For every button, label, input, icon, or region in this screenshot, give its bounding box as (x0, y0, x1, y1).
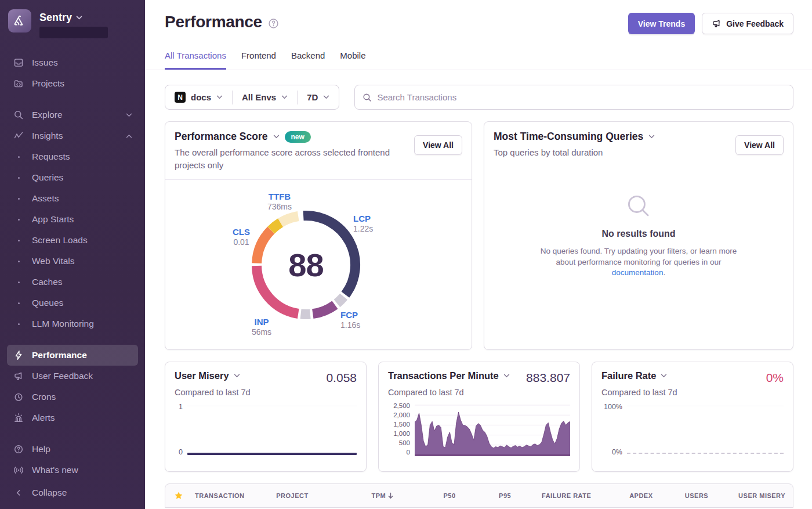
vital-name: INP (241, 317, 282, 328)
vital-name: TTFB (259, 192, 300, 203)
sidebar-item-label: What's new (32, 465, 78, 475)
web-vitals-donut-chart[interactable] (246, 205, 365, 324)
sidebar-item-user-feedback[interactable]: User Feedback (7, 366, 138, 387)
sidebar-item-help[interactable]: Help (7, 439, 138, 460)
column-header-p50[interactable]: P50 (399, 492, 461, 499)
sidebar-item-screen-loads[interactable]: Screen Loads (7, 230, 138, 251)
column-header-apdex[interactable]: APDEX (596, 492, 658, 499)
sidebar-item-label: Projects (32, 78, 64, 89)
chevron-down-icon[interactable] (503, 374, 510, 378)
vital-label-cls: CLS0.01 (223, 227, 259, 248)
sidebar-item-insights[interactable]: Insights (7, 125, 138, 146)
column-header-p95[interactable]: P95 (461, 492, 517, 499)
sidebar-item-alerts[interactable]: Alerts (7, 407, 138, 428)
tab-all-transactions[interactable]: All Transactions (165, 50, 226, 70)
bullet-dot (13, 261, 24, 262)
queries-card: Most Time-Consuming Queries Top queries … (484, 121, 793, 350)
environment-filter-dropdown[interactable]: All Envs (233, 85, 297, 109)
sidebar-item-label: Issues (32, 57, 58, 68)
user-misery-chart[interactable] (187, 403, 357, 456)
help-icon[interactable] (268, 18, 279, 29)
tpm-y-tick: 500 (388, 440, 410, 447)
org-subtitle-redacted (39, 27, 108, 38)
star-icon[interactable] (168, 491, 190, 500)
column-header-transaction[interactable]: TRANSACTION (190, 492, 271, 499)
sidebar-item-projects[interactable]: Projects (7, 73, 138, 94)
empty-text-before: No queries found. Try updating your filt… (541, 247, 737, 266)
sidebar-item-assets[interactable]: Assets (7, 188, 138, 209)
empty-state-title: No results found (601, 229, 675, 239)
failure-rate-chart[interactable] (627, 403, 784, 456)
sidebar-item-web-vitals[interactable]: Web Vitals (7, 251, 138, 272)
tpm-area-series (415, 403, 570, 456)
vital-name: FCP (340, 310, 360, 321)
sidebar-item-app-starts[interactable]: App Starts (7, 209, 138, 230)
nav-section-gap (7, 94, 138, 104)
view-all-button[interactable]: View All (735, 135, 784, 155)
vital-label-fcp: FCP1.16s (340, 310, 360, 331)
environment-filter-label: All Envs (242, 92, 276, 102)
gridline (187, 406, 357, 406)
project-filter-dropdown[interactable]: N docs (165, 85, 232, 109)
bullet-dot (13, 156, 24, 158)
sidebar-item-queues[interactable]: Queues (7, 293, 138, 313)
y-axis-max: 1 (175, 403, 183, 411)
give-feedback-label: Give Feedback (726, 19, 784, 28)
chevron-down-icon[interactable] (273, 135, 280, 139)
chevron-down-icon[interactable] (648, 135, 655, 139)
nav-section-gap (7, 428, 138, 439)
sidebar-item-explore[interactable]: Explore (7, 104, 138, 125)
bullet-dot (13, 177, 24, 179)
tab-frontend[interactable]: Frontend (241, 50, 276, 70)
chevron-down-icon[interactable] (234, 374, 240, 378)
column-label: FAILURE RATE (542, 492, 591, 499)
sidebar-collapse-button[interactable]: Collapse (7, 482, 138, 503)
documentation-link[interactable]: documentation (612, 268, 664, 277)
empty-state: No results found No queries found. Try u… (484, 149, 793, 323)
tpm-chart[interactable] (415, 403, 570, 456)
sidebar-item-queries[interactable]: Queries (7, 167, 138, 188)
sidebar-item-performance[interactable]: Performance (7, 345, 138, 366)
queries-title[interactable]: Most Time-Consuming Queries (494, 131, 643, 143)
performance-score-title[interactable]: Performance Score (175, 131, 268, 143)
tab-mobile[interactable]: Mobile (340, 50, 365, 70)
search-input[interactable] (377, 92, 785, 102)
view-trends-button[interactable]: View Trends (628, 13, 695, 34)
view-all-button[interactable]: View All (414, 135, 462, 155)
user-misery-subtitle: Compared to last 7d (175, 388, 357, 397)
tpm-y-tick: 1,000 (388, 431, 410, 438)
tpm-y-axis: 2,5002,0001,5001,0005000 (388, 403, 410, 456)
org-switcher[interactable]: Sentry (0, 0, 145, 44)
chevron-down-icon[interactable] (661, 374, 667, 378)
page-title: Performance (165, 13, 262, 31)
sidebar-item-crons[interactable]: Crons (7, 387, 138, 407)
collapse-label: Collapse (32, 488, 67, 498)
tpm-title[interactable]: Transactions Per Minute (388, 370, 499, 381)
chevron-down-icon (126, 113, 132, 117)
column-header-users[interactable]: USERS (658, 492, 714, 499)
give-feedback-button[interactable]: Give Feedback (702, 13, 793, 34)
column-header-user-misery[interactable]: USER MISERY (713, 492, 791, 499)
column-label: USER MISERY (738, 492, 785, 499)
sidebar-item-label: Alerts (32, 413, 55, 423)
vital-name: CLS (223, 227, 259, 238)
sidebar-item-label: Help (32, 444, 50, 454)
sidebar-item-what-s-new[interactable]: What's new (7, 460, 138, 481)
failure-rate-title[interactable]: Failure Rate (601, 370, 656, 381)
vital-label-inp: INP56ms (241, 317, 282, 338)
empty-text-after: . (663, 268, 665, 277)
sidebar-item-caches[interactable]: Caches (7, 272, 138, 293)
tab-backend[interactable]: Backend (291, 50, 325, 70)
date-range-dropdown[interactable]: 7D (298, 85, 339, 109)
user-misery-title[interactable]: User Misery (175, 370, 229, 381)
sidebar-item-issues[interactable]: Issues (7, 52, 138, 73)
user-misery-value: 0.058 (326, 371, 357, 385)
new-badge: new (285, 131, 311, 143)
column-label: TRANSACTION (195, 492, 245, 499)
column-header-project[interactable]: PROJECT (271, 492, 351, 499)
column-label: PROJECT (276, 492, 308, 499)
sidebar-item-requests[interactable]: Requests (7, 146, 138, 167)
sidebar-item-llm-monitoring[interactable]: LLM Monitoring (7, 313, 138, 334)
column-header-failure-rate[interactable]: FAILURE RATE (516, 492, 596, 499)
column-header-tpm[interactable]: TPM (351, 492, 399, 499)
